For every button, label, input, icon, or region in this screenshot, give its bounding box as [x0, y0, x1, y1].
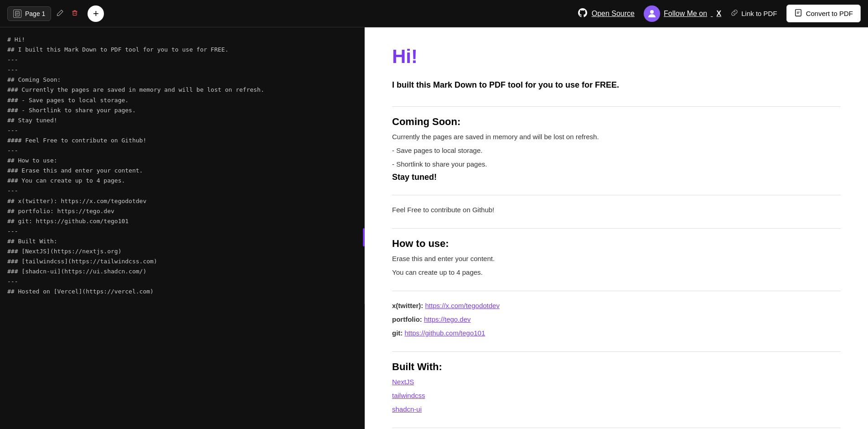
- git-line: git: https://github.com/tego101: [392, 328, 841, 339]
- svg-rect-4: [73, 11, 77, 15]
- x-icon: X: [717, 10, 722, 18]
- how-to-p2: You can create up to 4 pages.: [392, 267, 841, 278]
- coming-soon-heading: Coming Soon:: [392, 116, 841, 128]
- editor-content[interactable]: # Hi! ## I built this Mark Down to PDF t…: [7, 35, 357, 297]
- convert-to-pdf-button[interactable]: Convert to PDF: [786, 5, 861, 22]
- follow-me-button[interactable]: Follow Me on X: [644, 5, 721, 22]
- coming-soon-p2: - Save pages to local storage.: [392, 145, 841, 156]
- shadcn-line: shadcn-ui: [392, 404, 841, 415]
- edit-icon[interactable]: [55, 7, 66, 20]
- divider-6: [392, 428, 841, 428]
- preview-links: x(twitter): https://x.com/tegodotdev por…: [392, 300, 841, 339]
- twitter-link[interactable]: https://x.com/tegodotdev: [425, 302, 500, 309]
- nextjs-line: NextJS: [392, 377, 841, 387]
- divider-2: [392, 195, 841, 195]
- preview-contribute: Feel Free to contribute on Github!: [392, 204, 841, 215]
- trash-icon: [71, 9, 78, 16]
- header-left: Page 1 +: [7, 5, 104, 22]
- divider-1: [392, 106, 841, 107]
- document-icon: [15, 11, 20, 16]
- chain-link-icon: [730, 9, 739, 17]
- link-icon: [730, 9, 739, 18]
- coming-soon-p1: Currently the pages are saved in memory …: [392, 131, 841, 142]
- portfolio-line: portfolio: https://tego.dev: [392, 314, 841, 325]
- add-page-button[interactable]: +: [88, 5, 104, 22]
- portfolio-label: portfolio:: [392, 315, 422, 323]
- preview-intro: I built this Mark Down to PDF tool for y…: [392, 78, 841, 92]
- main-content: # Hi! ## I built this Mark Down to PDF t…: [0, 27, 868, 429]
- built-with-heading: Built With:: [392, 361, 841, 373]
- header: Page 1 + Open Source: [0, 0, 868, 27]
- tailwind-link[interactable]: tailwindcss: [392, 392, 425, 399]
- avatar: [644, 5, 660, 22]
- nextjs-link[interactable]: NextJS: [392, 378, 414, 386]
- user-avatar-icon: [646, 8, 657, 19]
- how-to-p1: Erase this and enter your content.: [392, 253, 841, 264]
- delete-icon[interactable]: [69, 7, 80, 20]
- github-svg: [577, 7, 588, 18]
- svg-point-7: [650, 10, 654, 14]
- scroll-indicator: [363, 228, 365, 246]
- divider-3: [392, 228, 841, 229]
- stay-tuned: Stay tuned!: [392, 173, 841, 182]
- coming-soon-p3: - Shortlink to share your pages.: [392, 159, 841, 170]
- preview-heading: Hi!: [392, 46, 841, 68]
- editor-pane[interactable]: # Hi! ## I built this Mark Down to PDF t…: [0, 27, 365, 304]
- svg-rect-8: [795, 10, 801, 16]
- link-to-pdf-button[interactable]: Link to PDF: [730, 9, 777, 18]
- page-tab-label: Page 1: [25, 10, 45, 17]
- file-pdf-icon: [794, 9, 802, 18]
- git-label: git:: [392, 329, 403, 337]
- follow-me-label: Follow Me on: [664, 10, 707, 18]
- document-pdf-icon: [794, 9, 802, 17]
- preview-how-to: How to use: Erase this and enter your co…: [392, 238, 841, 278]
- twitter-label: x(twitter):: [392, 302, 423, 309]
- editor-wrapper: # Hi! ## I built this Mark Down to PDF t…: [0, 27, 365, 429]
- tailwind-line: tailwindcss: [392, 390, 841, 401]
- pencil-icon: [57, 9, 64, 16]
- convert-label: Convert to PDF: [806, 10, 853, 17]
- preview-coming-soon: Coming Soon: Currently the pages are sav…: [392, 116, 841, 182]
- twitter-line: x(twitter): https://x.com/tegodotdev: [392, 300, 841, 311]
- page-tab[interactable]: Page 1: [7, 6, 51, 21]
- portfolio-link[interactable]: https://tego.dev: [424, 315, 471, 323]
- open-source-label: Open Source: [592, 10, 635, 18]
- preview-built-with: Built With: NextJS tailwindcss shadcn-ui: [392, 361, 841, 415]
- divider-4: [392, 291, 841, 291]
- github-icon: [577, 7, 588, 20]
- divider-5: [392, 351, 841, 352]
- open-source-button[interactable]: Open Source: [577, 7, 635, 20]
- page-icon: [13, 10, 21, 18]
- shadcn-link[interactable]: shadcn-ui: [392, 405, 422, 413]
- how-to-heading: How to use:: [392, 238, 841, 250]
- link-to-pdf-label: Link to PDF: [741, 10, 777, 17]
- header-right: Open Source Follow Me on X Link to PDF: [577, 5, 861, 22]
- contribute-text: Feel Free to contribute on Github!: [392, 204, 841, 215]
- preview-pane: Hi! I built this Mark Down to PDF tool f…: [365, 27, 868, 429]
- git-link[interactable]: https://github.com/tego101: [405, 329, 486, 337]
